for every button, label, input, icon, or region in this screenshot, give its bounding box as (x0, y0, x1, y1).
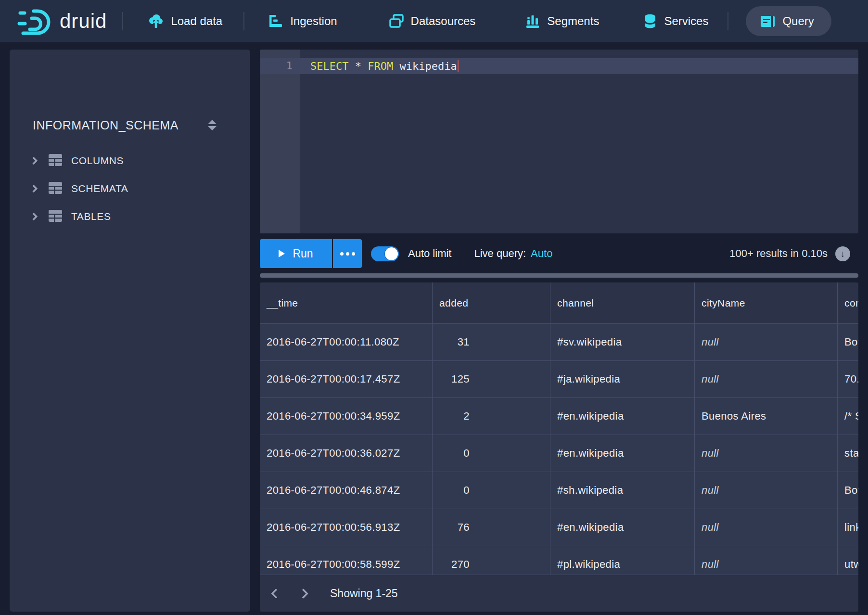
play-icon (279, 250, 285, 257)
schema-sidebar: INFORMATION_SCHEMA COLUMNS (10, 50, 250, 612)
table-cell: 0 (432, 472, 550, 509)
column-header[interactable]: cityName (694, 282, 837, 324)
table-cell: Bot (837, 324, 858, 361)
console-icon (760, 15, 775, 28)
nav-item-query[interactable]: Query (746, 6, 831, 36)
table-icon (48, 181, 63, 196)
nav-item-label: Datasources (411, 14, 476, 28)
download-results-button[interactable]: ↓ (835, 246, 850, 261)
table-cell: #ja.wikipedia (550, 361, 694, 398)
gantt-chart-icon (268, 14, 283, 28)
tree-item-tables[interactable]: TABLES (10, 203, 250, 231)
text-cursor (458, 60, 459, 72)
nav-item-label: Ingestion (290, 14, 337, 28)
tree-item-schemata[interactable]: SCHEMATA (10, 175, 250, 203)
table-cell: #sh.wikipedia (550, 472, 694, 509)
more-icon (340, 252, 344, 256)
table-cell: #en.wikipedia (550, 509, 694, 546)
schema-title: INFORMATION_SCHEMA (33, 118, 179, 132)
table-row: 2016-06-27T00:00:11.080Z31#sv.wikipedian… (260, 324, 858, 361)
run-button[interactable]: Run (260, 239, 332, 268)
nav-item-label: Segments (547, 14, 599, 28)
schema-header: INFORMATION_SCHEMA (10, 50, 250, 98)
table-cell: Bot (837, 472, 858, 509)
table-cell: 2 (432, 398, 550, 435)
tree-item-label: COLUMNS (71, 155, 124, 167)
pagination-bar: Showing 1-25 (260, 575, 858, 612)
column-header[interactable]: channel (550, 282, 694, 324)
live-query-label: Live query: (474, 247, 526, 260)
more-icon (352, 252, 355, 256)
table-cell: 125 (432, 361, 550, 398)
table-cell: null (694, 509, 837, 546)
brand-wordmark: druid (60, 10, 107, 33)
bar-chart-icon (525, 14, 540, 28)
table-cell: #en.wikipedia (550, 435, 694, 472)
table-cell: 2016-06-27T00:00:56.913Z (260, 509, 432, 546)
nav-item-ingestion[interactable]: Ingestion (268, 14, 337, 28)
table-row: 2016-06-27T00:00:17.457Z125#ja.wikipedia… (260, 361, 858, 398)
download-icon: ↓ (841, 249, 845, 258)
table-cell: 2016-06-27T00:00:11.080Z (260, 324, 432, 361)
table-cell: link (837, 509, 858, 546)
nav-item-segments[interactable]: Segments (525, 14, 599, 28)
table-cell: null (694, 472, 837, 509)
pagination-label: Showing 1-25 (330, 587, 398, 600)
table-cell: #en.wikipedia (550, 398, 694, 435)
tree-item-label: SCHEMATA (71, 183, 128, 194)
table-icon (48, 209, 63, 224)
table-cell: null (694, 361, 837, 398)
tree-item-columns[interactable]: COLUMNS (10, 147, 250, 175)
query-toolbar: Run Auto limit Live query: Auto 100+ res… (260, 239, 858, 268)
table-cell: 2016-06-27T00:00:34.959Z (260, 398, 432, 435)
nav-item-load-data[interactable]: Load data (148, 13, 222, 29)
table-cell: /* S (837, 398, 858, 435)
table-cell: 2016-06-27T00:00:36.027Z (260, 435, 432, 472)
run-more-options-button[interactable] (333, 239, 362, 268)
live-query-value[interactable]: Auto (531, 247, 552, 260)
navbar-separator (728, 12, 728, 30)
navbar: druid Load data (0, 0, 868, 42)
cloud-upload-icon (148, 13, 164, 29)
table-row: 2016-06-27T00:00:34.959Z2#en.wikipediaBu… (260, 398, 858, 435)
nav-item-services[interactable]: Services (643, 13, 708, 29)
druid-brand[interactable]: druid (17, 7, 107, 35)
auto-limit-toggle[interactable] (371, 246, 399, 261)
table-row: 2016-06-27T00:00:36.027Z0#en.wikipedianu… (260, 435, 858, 472)
nav-item-label: Services (664, 14, 708, 28)
table-cell: 76 (432, 509, 550, 546)
table-row: 2016-06-27T00:00:46.874Z0#sh.wikipedianu… (260, 472, 858, 509)
previous-page-icon[interactable] (271, 588, 281, 598)
table-icon (48, 154, 63, 168)
sql-code-area[interactable]: 1 SELECT * FROM wikipedia (260, 50, 858, 233)
results-panel: __timeaddedchannelcityNamecomment2016-06… (260, 282, 858, 612)
resize-handle[interactable] (260, 273, 858, 278)
nav-item-label: Load data (171, 14, 222, 28)
table-cell: Buenos Aires (694, 398, 837, 435)
chevron-right-icon (30, 185, 38, 193)
table-cell: stat (837, 435, 858, 472)
table-cell: 2016-06-27T00:00:17.457Z (260, 361, 432, 398)
column-header[interactable]: __time (260, 282, 432, 324)
navbar-separator (122, 12, 123, 30)
run-button-label: Run (293, 247, 313, 260)
table-cell: #sv.wikipedia (550, 324, 694, 361)
chevron-right-icon (30, 157, 38, 165)
next-page-icon[interactable] (298, 588, 308, 598)
line-number: 1 (260, 60, 293, 72)
column-header[interactable]: comment (837, 282, 858, 324)
toggle-knob (385, 247, 398, 260)
sql-editor: 1 SELECT * FROM wikipedia (260, 50, 858, 233)
table-cell: null (694, 324, 837, 361)
navbar-separator (243, 12, 244, 30)
tree-item-label: TABLES (71, 211, 111, 222)
results-summary: 100+ results in 0.10s (729, 247, 828, 260)
nav-item-datasources[interactable]: Datasources (389, 14, 476, 28)
table-cell: 2016-06-27T00:00:46.874Z (260, 472, 432, 509)
druid-logo-icon (17, 7, 53, 35)
results-table: __timeaddedchannelcityNamecomment2016-06… (260, 282, 858, 612)
sort-caret-icon[interactable] (208, 120, 217, 130)
column-header[interactable]: added (432, 282, 550, 324)
table-cell: 70.1 (837, 361, 858, 398)
table-cell: 31 (432, 324, 550, 361)
